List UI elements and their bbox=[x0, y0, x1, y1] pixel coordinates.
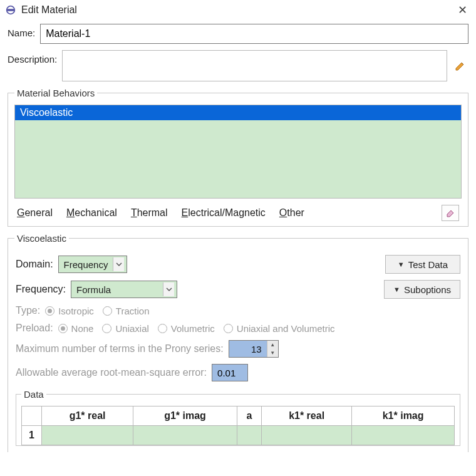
cell-k1-imag[interactable] bbox=[352, 426, 455, 445]
frequency-label: Frequency: bbox=[16, 284, 66, 295]
svg-rect-1 bbox=[7, 9, 15, 11]
rmse-input bbox=[212, 364, 248, 381]
triangle-down-icon: ▼ bbox=[398, 261, 405, 268]
menu-electrical-magnetic[interactable]: Electrical/Magnetic bbox=[182, 207, 266, 219]
preload-uniaxial-radio: Uniaxial bbox=[102, 323, 148, 334]
menu-general[interactable]: General bbox=[17, 207, 53, 219]
domain-select[interactable]: Frequency bbox=[58, 256, 128, 273]
preload-uniaxial-volumetric-radio: Uniaxial and Volumetric bbox=[224, 323, 335, 334]
col-g1-real: g1* real bbox=[42, 406, 133, 426]
behaviors-list-item[interactable]: Viscoelastic bbox=[15, 105, 461, 120]
frequency-row: Frequency: Formula ▼ Suboptions bbox=[16, 280, 460, 299]
data-table[interactable]: g1* real g1* imag a k1* real k1* imag 1 bbox=[21, 406, 455, 445]
description-row: Description: bbox=[8, 50, 468, 81]
col-g1-imag: g1* imag bbox=[133, 406, 237, 426]
prony-terms-input bbox=[229, 341, 267, 357]
window-title: Edit Material bbox=[21, 4, 455, 16]
prony-label: Maximum number of terms in the Prony ser… bbox=[16, 343, 224, 354]
delete-behavior-button[interactable] bbox=[442, 205, 459, 221]
chevron-down-icon bbox=[163, 282, 174, 296]
suboptions-button[interactable]: ▼ Suboptions bbox=[384, 280, 460, 299]
pencil-icon bbox=[454, 59, 467, 72]
preload-label: Preload: bbox=[16, 323, 53, 334]
cell-a[interactable] bbox=[237, 426, 261, 445]
table-corner bbox=[22, 406, 42, 426]
type-label: Type: bbox=[16, 305, 40, 316]
cell-g1-real[interactable] bbox=[42, 426, 133, 445]
menu-thermal[interactable]: Thermal bbox=[131, 207, 168, 219]
name-field[interactable] bbox=[40, 24, 468, 44]
name-label: Name: bbox=[8, 24, 35, 38]
data-legend: Data bbox=[21, 389, 46, 400]
chevron-down-icon: ▼ bbox=[267, 349, 278, 357]
domain-row: Domain: Frequency ▼ Test Data bbox=[16, 255, 460, 274]
data-group: Data g1* real g1* imag a k1* real k1* im… bbox=[16, 389, 460, 446]
rmse-label: Allowable average root-mean-square error… bbox=[16, 367, 207, 378]
type-row: Type: Isotropic Traction bbox=[16, 305, 460, 316]
row-number: 1 bbox=[22, 426, 42, 445]
prony-row: Maximum number of terms in the Prony ser… bbox=[16, 340, 460, 358]
chevron-down-icon bbox=[113, 257, 124, 271]
behaviors-menu-bar: General Mechanical Thermal Electrical/Ma… bbox=[14, 199, 462, 221]
name-row: Name: bbox=[8, 24, 468, 44]
eraser-icon bbox=[445, 208, 456, 218]
frequency-select-value: Formula bbox=[76, 284, 158, 295]
description-label: Description: bbox=[8, 50, 57, 65]
table-row[interactable]: 1 bbox=[22, 426, 455, 445]
col-k1-real: k1* real bbox=[261, 406, 351, 426]
material-behaviors-legend: Material Behaviors bbox=[14, 88, 97, 98]
description-field[interactable] bbox=[62, 50, 447, 81]
app-icon bbox=[5, 4, 16, 16]
triangle-down-icon: ▼ bbox=[393, 286, 400, 293]
cell-k1-real[interactable] bbox=[261, 426, 351, 445]
material-behaviors-group: Material Behaviors Viscoelastic General … bbox=[8, 88, 468, 227]
type-isotropic-radio: Isotropic bbox=[45, 306, 94, 316]
preload-none-radio: None bbox=[58, 323, 94, 334]
col-a: a bbox=[237, 406, 261, 426]
domain-select-value: Frequency bbox=[64, 259, 108, 270]
titlebar: Edit Material ✕ bbox=[0, 0, 476, 20]
cell-g1-imag[interactable] bbox=[133, 426, 237, 445]
preload-row: Preload: None Uniaxial Volumetric Uniaxi… bbox=[16, 323, 460, 334]
behaviors-list[interactable]: Viscoelastic bbox=[14, 105, 462, 199]
prony-terms-stepper: ▲▼ bbox=[229, 340, 279, 358]
test-data-button[interactable]: ▼ Test Data bbox=[385, 255, 460, 274]
edit-description-button[interactable] bbox=[452, 58, 468, 74]
stepper-arrows: ▲▼ bbox=[267, 341, 278, 357]
viscoelastic-legend: Viscoelastic bbox=[14, 233, 69, 244]
frequency-select[interactable]: Formula bbox=[71, 281, 177, 298]
domain-label: Domain: bbox=[16, 259, 53, 270]
close-icon[interactable]: ✕ bbox=[455, 3, 470, 17]
viscoelastic-group: Viscoelastic Domain: Frequency ▼ Test Da… bbox=[8, 233, 468, 452]
type-traction-radio: Traction bbox=[103, 306, 150, 316]
rmse-row: Allowable average root-mean-square error… bbox=[16, 364, 460, 381]
col-k1-imag: k1* imag bbox=[352, 406, 455, 426]
menu-mechanical[interactable]: Mechanical bbox=[66, 207, 117, 219]
chevron-up-icon: ▲ bbox=[267, 341, 278, 349]
menu-other[interactable]: Other bbox=[279, 207, 304, 219]
preload-volumetric-radio: Volumetric bbox=[158, 323, 215, 334]
